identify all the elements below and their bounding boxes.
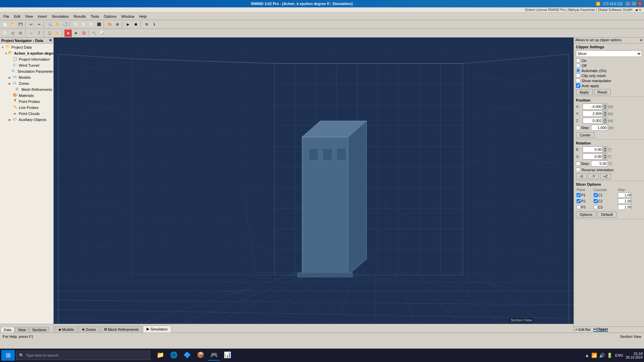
rot-b-up-btn[interactable]: ▲ [603, 146, 607, 149]
tb2-btn4[interactable]: → [28, 29, 35, 37]
minimize-button[interactable]: ─ [625, 1, 631, 6]
center-button[interactable]: Center [576, 132, 594, 138]
tree-item-mesh-refinements[interactable]: ▶ ⊞ Mesh Refinements [1, 86, 53, 93]
maximize-button[interactable]: □ [631, 1, 637, 6]
taskbar-app-2[interactable]: 📦 [195, 350, 207, 361]
slicer-options-button[interactable]: Options [576, 212, 596, 218]
pos-y-down-btn[interactable]: ▼ [603, 114, 607, 117]
tb2-btn10[interactable]: 🎯 [80, 29, 87, 37]
close-button[interactable]: ✕ [637, 1, 643, 6]
pos-z-input[interactable] [583, 118, 603, 124]
tree-item-zones[interactable]: ▶ 🗂 Zones [1, 80, 53, 86]
tb2-btn8[interactable]: ■ [64, 29, 72, 37]
radio-on-input[interactable] [576, 58, 580, 63]
navigator-close-btn[interactable]: ✕ [49, 38, 52, 43]
menu-view[interactable]: View [23, 14, 35, 19]
zoom-btn[interactable]: 🔍 [46, 21, 53, 28]
tab-models[interactable]: ■ Models [55, 326, 77, 333]
tb2-btn11[interactable]: 🔧 [91, 29, 98, 37]
pos-x-down-btn[interactable]: ▼ [603, 107, 607, 110]
tb2-btn6[interactable]: 🏠 [46, 29, 53, 37]
pos-z-up-btn[interactable]: ▲ [603, 118, 607, 121]
tab-simulation[interactable]: ▶ Simulation [143, 325, 171, 333]
tree-item-point-clouds[interactable]: ▶ ☁ Point Clouds [1, 111, 53, 117]
show-manipulator-checkbox[interactable] [576, 78, 580, 83]
taskbar-app-3[interactable]: 📊 [221, 350, 233, 361]
mesh-btn[interactable]: ⊞ [114, 21, 121, 28]
view-front-btn[interactable]: ⬜ [72, 21, 79, 28]
taskbar-datetime[interactable]: 15:18 09.10.2024 [626, 352, 643, 359]
p3-step-input[interactable] [618, 204, 631, 210]
stop-btn[interactable]: ⏹ [132, 21, 140, 28]
tab-zones[interactable]: ◈ Zones [78, 326, 100, 333]
reset-button[interactable]: Reset [594, 89, 611, 95]
tree-item-aux-objects[interactable]: ▶ 🗃 Auxiliary Objects [1, 117, 53, 123]
tree-item-project-data[interactable]: ▼ 📁 Project Data [1, 44, 53, 50]
rot-b-down-btn[interactable]: ▼ [603, 149, 607, 153]
menu-results[interactable]: Results [71, 14, 88, 19]
step-input[interactable] [591, 125, 608, 131]
view-top-btn[interactable]: ⬜ [80, 21, 87, 28]
rotate-btn[interactable]: 🔄 [61, 21, 69, 28]
menu-tools[interactable]: Tools [89, 14, 101, 19]
start-button[interactable]: ⊞ [1, 350, 15, 361]
menu-simulation[interactable]: Simulation [50, 14, 71, 19]
reverse-orient-checkbox[interactable] [576, 168, 580, 172]
tb2-btn9[interactable]: ⊕ [72, 29, 79, 37]
neg-y-axis-button[interactable]: -Y [588, 173, 599, 179]
taskbar-network-icon[interactable]: 📶 [591, 353, 597, 358]
settings-btn[interactable]: ⚙ [143, 21, 150, 28]
info-btn[interactable]: ℹ [151, 21, 158, 28]
pos-x-up-btn[interactable]: ▲ [603, 104, 607, 107]
auto-apply-checkbox[interactable] [576, 83, 580, 88]
tb2-btn12[interactable]: 📊 [98, 29, 106, 37]
step-checkbox[interactable] [576, 126, 580, 130]
pos-z-axis-button[interactable]: +Z [600, 173, 611, 179]
viewport[interactable]: Section View [54, 38, 574, 324]
p1-checkbox[interactable] [577, 193, 581, 197]
rot-g-down-btn[interactable]: ▼ [603, 157, 607, 160]
license-collapse-btn[interactable]: ◀ ✕ [635, 8, 641, 12]
c2-checkbox[interactable] [594, 199, 598, 203]
nav-tab-view[interactable]: View [15, 327, 29, 333]
view-3d-btn[interactable]: ⬛ [95, 21, 103, 28]
new-btn[interactable]: 📄 [1, 21, 9, 28]
redo-btn[interactable]: ↪ [35, 21, 43, 28]
p3-checkbox[interactable] [577, 205, 581, 209]
neg-x-axis-button[interactable]: -X [576, 173, 587, 179]
menu-help[interactable]: Help [137, 14, 149, 19]
p2-checkbox[interactable] [577, 199, 581, 203]
clipper-tab[interactable]: ✂ Clipper [593, 327, 608, 332]
radio-off-input[interactable] [576, 63, 580, 68]
rot-g-up-btn[interactable]: ▲ [603, 154, 607, 157]
taskbar-app-1[interactable]: 🔷 [181, 350, 193, 361]
pos-y-input[interactable] [583, 111, 603, 117]
taskbar-volume-icon[interactable]: 🔊 [599, 353, 605, 358]
menu-edit[interactable]: Edit [12, 14, 22, 19]
clip-only-mesh-checkbox[interactable] [576, 73, 580, 78]
render-btn[interactable]: 🎨 [106, 21, 113, 28]
taskbar-app-files[interactable]: 📁 [154, 350, 166, 361]
tb2-btn1[interactable]: ⬜ [1, 29, 9, 37]
nav-tab-data[interactable]: Data [1, 327, 14, 333]
c1-checkbox[interactable] [594, 193, 598, 197]
tree-item-wind-tunnel[interactable]: ▶ 💨 Wind Tunnel [1, 62, 53, 68]
radio-auto-input[interactable] [576, 68, 580, 73]
rot-b-input[interactable] [583, 146, 603, 153]
tree-item-sim-params[interactable]: ▶ ⚙ Simulation Parameters [1, 68, 53, 74]
tb2-btn2[interactable]: ◻ [9, 29, 16, 37]
tree-item-project[interactable]: ▼ 📂 Achen_k epsilon degree 0 [1, 50, 53, 56]
open-btn[interactable]: 📂 [9, 21, 16, 28]
rot-step-checkbox[interactable] [576, 162, 580, 166]
p1-step-input[interactable] [618, 192, 631, 198]
taskbar-search[interactable]: 🔍 Type here to search [16, 351, 150, 360]
pos-x-input[interactable] [583, 104, 603, 110]
menu-file[interactable]: File [1, 14, 11, 19]
menu-window[interactable]: Window [119, 14, 137, 19]
menu-insert[interactable]: Insert [36, 14, 49, 19]
tb2-btn7[interactable]: 📐 [54, 29, 61, 37]
nav-tab-sections[interactable]: Sections [29, 327, 49, 333]
taskbar-app-rwind[interactable]: 🎮 [208, 350, 220, 361]
tb2-btn5[interactable]: ⤴ [35, 29, 43, 37]
tree-item-line-probes[interactable]: ▶ 📏 Line Probes [1, 105, 53, 111]
